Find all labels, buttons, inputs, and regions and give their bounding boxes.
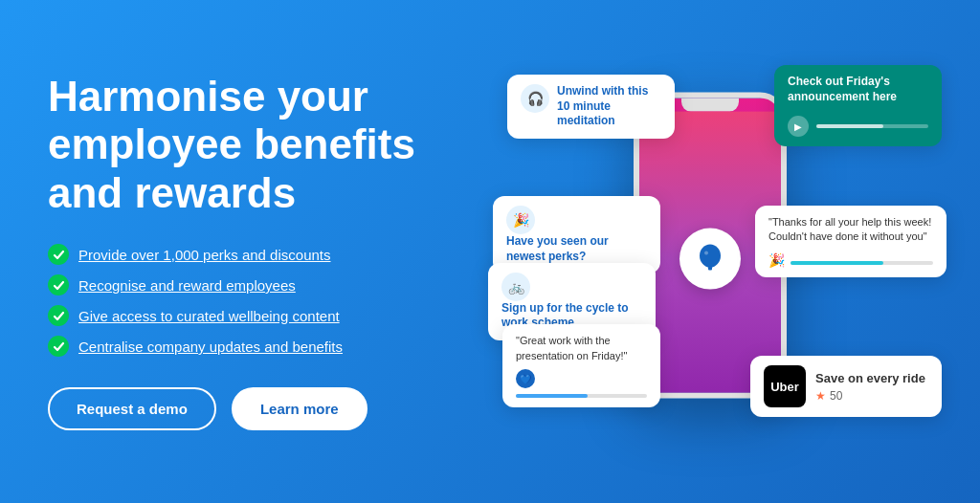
left-panel: Harmonise your employee benefits and rew…: [48, 73, 488, 431]
meditation-title: Unwind with this 10 minute meditation: [557, 84, 661, 129]
star-icon: ★: [815, 389, 826, 403]
uber-count: 50: [830, 389, 842, 403]
feature-link-perks[interactable]: Provide over 1,000 perks and discounts: [78, 247, 331, 263]
headphone-icon: 🎧: [521, 84, 549, 113]
phone-notch: [681, 98, 739, 112]
thanks-title: "Thanks for all your help this week! Cou…: [768, 215, 933, 245]
main-heading: Harmonise your employee benefits and rew…: [48, 73, 488, 218]
learn-more-button[interactable]: Learn more: [232, 387, 368, 430]
progress-fill: [516, 394, 588, 398]
announcement-title: Check out Friday's announcement here: [788, 75, 928, 104]
check-icon: [48, 336, 69, 357]
list-item: Recognise and reward employees: [48, 274, 488, 295]
hero-section: Harmonise your employee benefits and rew…: [0, 0, 980, 503]
uber-title: Save on every ride: [815, 371, 928, 385]
list-item: Centralise company updates and benefits: [48, 336, 488, 357]
check-icon: [48, 274, 69, 295]
uber-info: Save on every ride ★ 50: [815, 371, 928, 403]
card-meditation: 🎧 Unwind with this 10 minute meditation: [507, 75, 675, 139]
heart-icon: 💙: [516, 369, 535, 388]
cta-buttons: Request a demo Learn more: [48, 387, 488, 430]
progress-bar: [816, 124, 928, 128]
confetti-icon: 🎉: [768, 252, 785, 268]
feature-link-recognise[interactable]: Recognise and reward employees: [78, 277, 296, 294]
check-icon: [48, 244, 69, 265]
balloon-icon: [679, 229, 741, 290]
party-icon: 🎉: [506, 206, 535, 234]
greatwork-title: "Great work with the presentation on Fri…: [516, 334, 647, 363]
svg-rect-1: [708, 267, 712, 271]
feature-list: Provide over 1,000 perks and discounts R…: [48, 244, 488, 357]
cycle-icon: 🚲: [501, 273, 530, 301]
card-announcement: Check out Friday's announcement here ▶: [774, 65, 942, 146]
list-item: Give access to curated wellbeing content: [48, 305, 488, 326]
card-greatwork: "Great work with the presentation on Fri…: [502, 324, 660, 407]
right-panel: 🎧 Unwind with this 10 minute meditation …: [488, 38, 932, 465]
list-item: Provide over 1,000 perks and discounts: [48, 244, 488, 265]
progress-fill: [816, 124, 883, 128]
check-icon: [48, 305, 69, 326]
request-demo-button[interactable]: Request a demo: [48, 387, 216, 430]
card-uber: Uber Save on every ride ★ 50: [750, 356, 942, 417]
play-button[interactable]: ▶: [788, 116, 809, 137]
svg-point-0: [700, 245, 721, 268]
perks-title: Have you seen our newest perks?: [506, 234, 647, 264]
feature-link-centralise[interactable]: Centralise company updates and benefits: [78, 339, 343, 355]
card-thanks: "Thanks for all your help this week! Cou…: [755, 206, 947, 277]
feature-link-wellbeing[interactable]: Give access to curated wellbeing content: [78, 308, 340, 324]
uber-rating: ★ 50: [815, 389, 928, 403]
svg-point-2: [704, 252, 708, 255]
uber-logo: Uber: [764, 365, 806, 407]
